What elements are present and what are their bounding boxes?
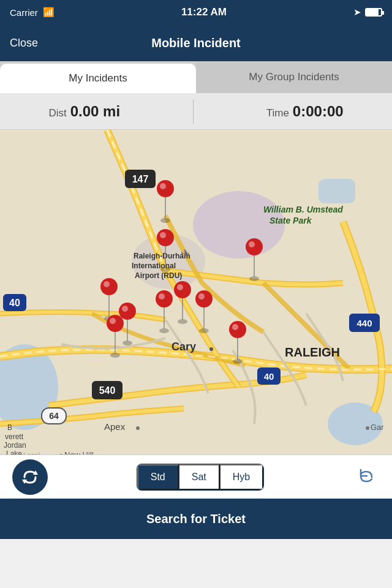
svg-text:✈: ✈ — [181, 247, 190, 260]
status-right: ➤ — [353, 7, 382, 18]
svg-point-68 — [195, 290, 213, 307]
svg-point-57 — [122, 306, 128, 312]
svg-point-54 — [123, 341, 132, 345]
svg-point-62 — [178, 319, 187, 324]
svg-point-77 — [110, 318, 116, 324]
svg-text:Lake: Lake — [6, 450, 22, 454]
svg-point-76 — [107, 315, 124, 332]
svg-text:Jordan: Jordan — [4, 441, 26, 450]
svg-point-44 — [157, 229, 174, 246]
dist-label: Dist — [48, 107, 66, 119]
map-type-hyb-button[interactable]: Hyb — [220, 464, 263, 490]
svg-point-24 — [366, 426, 369, 430]
nav-title: Mobile Incident — [151, 36, 241, 50]
location-icon: ➤ — [353, 7, 361, 18]
svg-text:64: 64 — [49, 411, 59, 421]
undo-button[interactable] — [353, 464, 380, 491]
svg-point-13 — [209, 347, 213, 351]
svg-text:440: 440 — [356, 318, 372, 328]
wifi-icon: 📶 — [43, 7, 55, 18]
svg-point-74 — [110, 353, 120, 358]
time-display: Time 0:00:00 — [266, 103, 344, 120]
svg-point-61 — [159, 293, 165, 300]
distance-display: Dist 0.00 mi — [48, 103, 120, 120]
svg-point-41 — [160, 183, 166, 189]
svg-text:Legal: Legal — [23, 451, 40, 454]
carrier-label: Carrier — [10, 7, 38, 18]
svg-point-48 — [246, 238, 263, 255]
time-label: Time — [266, 107, 289, 119]
svg-point-58 — [159, 328, 169, 333]
svg-text:40: 40 — [264, 371, 274, 382]
nav-bar: Close Mobile Incident — [0, 24, 392, 61]
close-button[interactable]: Close — [10, 37, 38, 50]
map-controls: Std Sat Hyb — [0, 454, 392, 499]
status-left: Carrier 📶 — [10, 7, 55, 18]
svg-point-72 — [229, 321, 246, 338]
svg-text:Airport (RDU): Airport (RDU) — [135, 271, 182, 280]
svg-rect-3 — [318, 179, 355, 203]
svg-point-65 — [177, 284, 183, 290]
svg-point-46 — [249, 276, 259, 281]
svg-point-42 — [160, 267, 170, 272]
status-time: 11:22 AM — [181, 6, 227, 18]
svg-text:State Park: State Park — [270, 216, 312, 225]
map-container[interactable]: William B. Umstead State Park Raleigh-Du… — [0, 130, 392, 454]
svg-point-69 — [198, 293, 205, 300]
svg-point-66 — [199, 328, 209, 333]
svg-point-70 — [233, 359, 243, 364]
svg-point-49 — [249, 241, 255, 247]
tab-bar: My Incidents My Group Incidents — [0, 61, 392, 93]
svg-text:New Hill: New Hill — [64, 450, 94, 454]
svg-point-53 — [104, 281, 110, 287]
svg-text:Apex: Apex — [104, 421, 126, 432]
map-type-sat-button[interactable]: Sat — [179, 464, 220, 490]
svg-point-45 — [160, 232, 166, 238]
dist-time-bar: Dist 0.00 mi Time 0:00:00 — [0, 93, 392, 130]
svg-point-60 — [156, 290, 173, 307]
map-type-selector: Std Sat Hyb — [137, 464, 264, 491]
search-ticket-button[interactable]: Search for Ticket — [0, 499, 392, 539]
tab-my-group-incidents[interactable]: My Group Incidents — [196, 61, 392, 93]
svg-point-64 — [174, 281, 191, 298]
svg-text:147: 147 — [132, 174, 149, 184]
svg-point-56 — [119, 303, 136, 320]
svg-text:RALEIGH: RALEIGH — [285, 345, 340, 359]
svg-text:verett: verett — [5, 432, 24, 441]
svg-point-40 — [157, 180, 174, 197]
svg-point-38 — [160, 218, 170, 223]
battery-icon — [365, 8, 382, 17]
time-value: 0:00:00 — [293, 103, 344, 120]
status-bar: Carrier 📶 11:22 AM ➤ — [0, 0, 392, 24]
svg-text:William B. Umstead: William B. Umstead — [263, 205, 343, 214]
refresh-button[interactable] — [12, 459, 48, 495]
svg-point-52 — [100, 278, 118, 295]
svg-text:Cary: Cary — [172, 341, 196, 353]
tab-my-incidents[interactable]: My Incidents — [0, 64, 196, 93]
svg-point-16 — [136, 426, 140, 430]
svg-text:Gar: Gar — [371, 423, 384, 432]
svg-point-73 — [232, 324, 238, 330]
map-type-std-button[interactable]: Std — [137, 464, 179, 490]
svg-text:40: 40 — [9, 298, 20, 308]
svg-text:B: B — [7, 423, 12, 432]
divider — [193, 99, 194, 124]
dist-value: 0.00 mi — [70, 103, 120, 120]
svg-text:540: 540 — [99, 385, 116, 396]
